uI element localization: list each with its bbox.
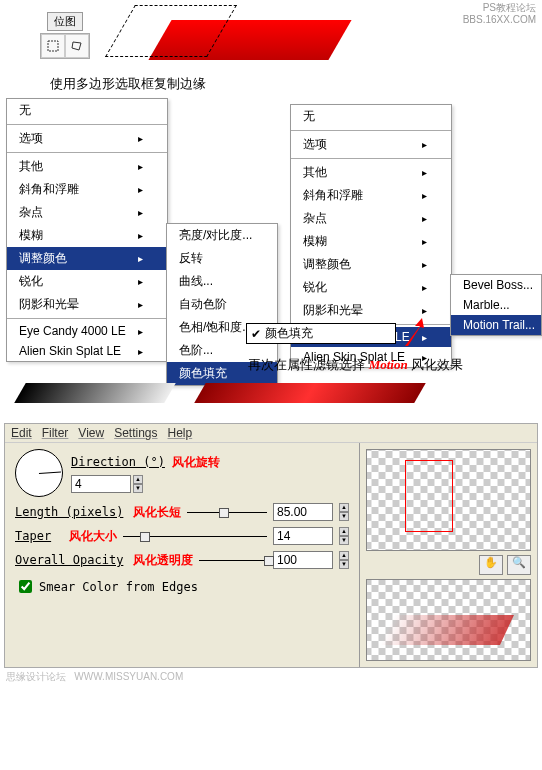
spin-down[interactable]: ▼	[133, 484, 143, 493]
smear-label: Smear Color from Edges	[39, 580, 198, 594]
menu-item[interactable]: Alien Skin Splat LE	[7, 341, 167, 361]
direction-dial[interactable]	[15, 449, 63, 497]
taper-row: Taper 风化大小 ▲▼	[15, 527, 349, 545]
red-arrow-icon	[400, 318, 430, 348]
red-shape-preview	[120, 10, 340, 60]
watermark-line2: BBS.16XX.COM	[463, 14, 536, 26]
menubar-item[interactable]: Help	[168, 426, 193, 440]
menubar-item[interactable]: Edit	[11, 426, 32, 440]
menu-item[interactable]: 调整颜色	[291, 253, 451, 276]
taper-slider[interactable]	[123, 536, 267, 537]
dropdown-label: 颜色填充	[265, 325, 313, 342]
cascading-menus: 无选项其他斜角和浮雕杂点模糊调整颜色锐化阴影和光晕Eye Candy 4000 …	[0, 98, 542, 373]
menu-item[interactable]: 调整颜色	[7, 247, 167, 270]
menu-item[interactable]: 曲线...	[167, 270, 277, 293]
menu-item[interactable]: 锐化	[7, 270, 167, 293]
taper-note: 风化大小	[69, 528, 117, 545]
length-slider[interactable]: .slider-track::after{left:var(--pos,50%)…	[187, 512, 267, 513]
menu-item[interactable]: Marble...	[451, 295, 541, 315]
strip-red-gradient	[194, 383, 426, 403]
direction-control: Direction (°) 风化旋转 ▲▼	[15, 449, 349, 497]
menu-item[interactable]: 反转	[167, 247, 277, 270]
length-note: 风化长短	[133, 504, 181, 521]
menubar-item[interactable]: Settings	[114, 426, 157, 440]
menu-item[interactable]: 模糊	[7, 224, 167, 247]
footer-watermark: 思缘设计论坛 WWW.MISSYUAN.COM	[0, 668, 542, 686]
menu-item[interactable]: 模糊	[291, 230, 451, 253]
direction-input[interactable]	[71, 475, 131, 493]
smear-row: Smear Color from Edges	[15, 577, 349, 596]
caption-1: 使用多边形选取框复制边缘	[0, 70, 542, 98]
check-icon: ✔	[251, 327, 261, 341]
direction-note: 风化旋转	[172, 455, 220, 469]
toolbox: 位图	[40, 12, 90, 59]
menu-item[interactable]: 其他	[7, 155, 167, 178]
menu-item[interactable]: Bevel Boss...	[451, 275, 541, 295]
length-label: Length (pixels)	[15, 505, 127, 519]
menu-item[interactable]: 阴影和光晕	[7, 293, 167, 316]
menu-item[interactable]: 选项	[7, 127, 167, 150]
direction-label: Direction (°)	[71, 455, 165, 469]
svg-rect-0	[48, 41, 58, 51]
caption-2: 再次在属性滤镜选择 Motion 风化效果	[248, 356, 463, 374]
hand-tool-icon[interactable]: ✋	[479, 555, 503, 575]
menu-item[interactable]: 无	[7, 99, 167, 122]
menu-item[interactable]: 锐化	[291, 276, 451, 299]
menu-item[interactable]: 亮度/对比度...	[167, 224, 277, 247]
marquee-tool-icon[interactable]	[41, 34, 65, 58]
strip-black-gradient	[14, 383, 176, 403]
dropdown-color-fill[interactable]: ✔ 颜色填充	[246, 323, 396, 344]
preview-selection-rect	[405, 460, 453, 532]
zoom-tool-icon[interactable]: 🔍	[507, 555, 531, 575]
opacity-row: Overall Opacity 风化透明度 ▲▼	[15, 551, 349, 569]
opacity-note: 风化透明度	[133, 552, 193, 569]
opacity-label: Overall Opacity	[15, 553, 127, 567]
menu-item[interactable]: Eye Candy 4000 LE	[7, 321, 167, 341]
menu-item[interactable]: 自动色阶	[167, 293, 277, 316]
length-row: Length (pixels) 风化长短 .slider-track::afte…	[15, 503, 349, 521]
menubar-item[interactable]: View	[78, 426, 104, 440]
menu-item[interactable]: 选项	[291, 133, 451, 156]
toolbox-label: 位图	[47, 12, 83, 31]
watermark-line1: PS教程论坛	[463, 2, 536, 14]
opacity-slider[interactable]	[199, 560, 267, 561]
length-input[interactable]	[273, 503, 333, 521]
taper-input[interactable]	[273, 527, 333, 545]
submenu-eyecandy[interactable]: Bevel Boss...Marble...Motion Trail...	[450, 274, 542, 336]
motion-trail-effect	[380, 615, 514, 645]
lasso-tool-icon[interactable]	[65, 34, 89, 58]
context-menu-1[interactable]: 无选项其他斜角和浮雕杂点模糊调整颜色锐化阴影和光晕Eye Candy 4000 …	[6, 98, 168, 362]
menu-item[interactable]: 杂点	[291, 207, 451, 230]
preview-before	[366, 449, 531, 551]
motion-trail-dialog: EditFilterViewSettingsHelp Direction (°)…	[4, 423, 538, 668]
taper-label: Taper	[15, 529, 63, 543]
menu-item[interactable]: 斜角和浮雕	[291, 184, 451, 207]
dialog-menubar[interactable]: EditFilterViewSettingsHelp	[5, 424, 537, 443]
menubar-item[interactable]: Filter	[42, 426, 69, 440]
menu-item[interactable]: 斜角和浮雕	[7, 178, 167, 201]
smear-checkbox[interactable]	[19, 580, 32, 593]
top-illustration: 位图	[0, 0, 542, 70]
preview-after	[366, 579, 531, 661]
menu-item[interactable]: 杂点	[7, 201, 167, 224]
menu-item[interactable]: Motion Trail...	[451, 315, 541, 335]
spin-up[interactable]: ▲	[133, 475, 143, 484]
opacity-input[interactable]	[273, 551, 333, 569]
menu-item[interactable]: 其他	[291, 161, 451, 184]
menu-item[interactable]: 无	[291, 105, 451, 128]
